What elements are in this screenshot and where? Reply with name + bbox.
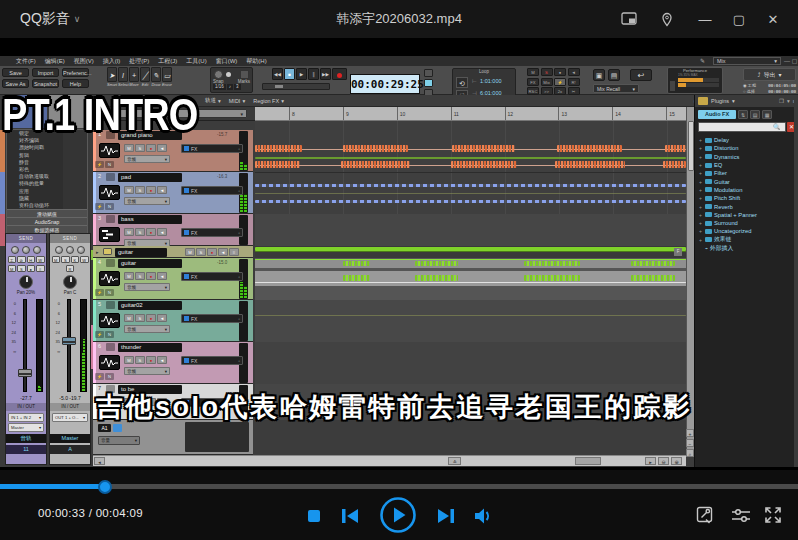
track-name[interactable]: thunder	[118, 343, 182, 352]
time-option-active[interactable]	[424, 79, 433, 87]
notes-chip[interactable]: N	[105, 373, 114, 380]
strip-button[interactable]: H	[27, 256, 36, 263]
close-button[interactable]: ✕	[764, 11, 782, 27]
previous-button[interactable]	[341, 508, 359, 528]
plugin-item-external[interactable]: ⌁ 外部插入	[701, 244, 795, 252]
audio-clip[interactable]	[631, 275, 675, 281]
snap-toggle[interactable]	[226, 72, 231, 77]
expand-icon[interactable]: +	[699, 137, 703, 143]
track-folder-guitar[interactable]: ▸ guitar MS●◄≡	[93, 246, 253, 258]
solo-button[interactable]: S	[135, 314, 145, 322]
mix-module-button[interactable]: ◄	[568, 68, 580, 76]
loop-start[interactable]: 1:01:000	[480, 78, 501, 84]
mix-module-button[interactable]: Mix	[541, 78, 553, 86]
track-io-dropdown[interactable]: 音频▾	[124, 283, 170, 291]
daw-menu-item[interactable]: 处理(P)	[129, 57, 149, 66]
grid-icon[interactable]: ▦	[762, 110, 772, 119]
expand-icon[interactable]: +	[699, 212, 703, 218]
plugin-category[interactable]: + Filter	[695, 169, 795, 177]
dock-icon[interactable]: ❐	[779, 98, 784, 104]
plugin-category[interactable]: + Reverb	[695, 202, 795, 210]
plugin-category[interactable]: + Uncategorized	[695, 227, 795, 235]
expand-icon[interactable]: +	[699, 228, 703, 234]
audio-clip[interactable]	[343, 145, 408, 152]
track-expand-icon[interactable]	[106, 173, 115, 181]
bass-clip-row[interactable]	[255, 214, 686, 246]
screenshot-tool-icon[interactable]	[696, 506, 714, 528]
audio-clip[interactable]	[343, 275, 370, 281]
notes-icon[interactable]: ▤	[608, 69, 620, 81]
track-bass[interactable]: 3 bass MS●◄ 音频▾ FX▫	[93, 214, 253, 246]
arm-button[interactable]: ●	[146, 228, 156, 236]
mute-button[interactable]: M	[124, 144, 134, 152]
audio-clip[interactable]	[341, 161, 410, 168]
fx-rack[interactable]: FX▫	[181, 144, 243, 153]
arm-button[interactable]: ●	[146, 186, 156, 194]
audio-clip[interactable]	[555, 161, 625, 168]
audio-clip[interactable]	[255, 145, 302, 152]
pan-knob[interactable]	[19, 275, 33, 289]
expand-icon[interactable]: +	[699, 187, 703, 193]
sort-icon[interactable]: ⇅	[738, 110, 748, 119]
track-io-dropdown[interactable]: 音频▾	[124, 325, 170, 333]
track-name[interactable]: bass	[118, 215, 182, 224]
volume-button[interactable]	[474, 508, 494, 528]
mix-module-button[interactable]: FX	[527, 78, 539, 86]
automation-icon[interactable]: ⚡	[95, 203, 104, 210]
monitor-button[interactable]: ◄	[157, 272, 167, 280]
expand-icon[interactable]: +	[699, 162, 703, 168]
expand-icon[interactable]: +	[699, 237, 703, 243]
automation-line[interactable]	[255, 193, 686, 194]
mix-module-button[interactable]: ●	[554, 68, 566, 76]
transport-slider[interactable]	[262, 83, 330, 90]
context-menu-item[interactable]: 隐藏	[7, 195, 87, 202]
daw-pencil-icon[interactable]: ✎	[700, 57, 705, 64]
daw-menu-item[interactable]: 工具(U)	[186, 57, 206, 66]
zoom-in-button[interactable]: ⊕	[671, 457, 682, 465]
automation-line[interactable]	[255, 157, 686, 159]
loop-toggle-icon[interactable]: ⟲	[456, 77, 468, 88]
plugin-category[interactable]: + 效果链	[695, 236, 795, 244]
context-menu-item[interactable]: 剪辑	[7, 152, 87, 159]
context-menu-item[interactable]: 应用	[7, 188, 87, 195]
output-dropdown[interactable]: Master▾	[8, 423, 44, 432]
audio-clip[interactable]	[631, 261, 675, 266]
mix-module-button[interactable]: ✂	[568, 87, 580, 95]
track-io-dropdown[interactable]: 音频▾	[124, 367, 170, 375]
automation-icon[interactable]: ⚡	[95, 161, 104, 168]
daw-file-button[interactable]: Save As	[2, 79, 29, 88]
strip-button[interactable]: S	[17, 265, 26, 272]
output-dropdown[interactable]: OUT 1 + O...▾	[52, 413, 88, 422]
audio-clip[interactable]	[343, 261, 370, 266]
daw-tool-button[interactable]: ▭Erase	[162, 67, 172, 87]
automation-icon[interactable]: ⚡	[95, 331, 104, 338]
timeline-ruler[interactable]: 89101112131415	[255, 107, 686, 121]
export-button[interactable]: ⤴ 导出 ▾	[743, 68, 796, 81]
export-selection-row[interactable]: ○ 选择00:00:00:00	[743, 89, 796, 94]
daw-tool-button[interactable]: ╱Edit	[140, 67, 150, 87]
snap-clock-icon[interactable]	[214, 70, 223, 79]
plugin-category[interactable]: + Pitch Shift	[695, 194, 795, 202]
arm-button[interactable]: ●	[146, 356, 156, 364]
zoom-in-button[interactable]: +	[686, 429, 694, 437]
audio-clip[interactable]	[451, 161, 517, 168]
automation-lane-row[interactable]	[255, 420, 686, 455]
monitor-button[interactable]: ◄	[157, 186, 167, 194]
strip-button[interactable]: W	[36, 256, 45, 263]
audio-clip[interactable]	[524, 261, 580, 266]
plugin-category[interactable]: + Delay	[695, 136, 795, 144]
thunder-clip-row[interactable]	[255, 342, 686, 384]
mini-player-icon[interactable]	[620, 11, 638, 27]
monitor-button[interactable]: ◄	[157, 144, 167, 152]
mute-button[interactable]: M	[124, 356, 134, 364]
context-menu-item[interactable]: 特殊的批量	[7, 180, 87, 187]
automation-icon[interactable]: ⚡	[95, 373, 104, 380]
arm-button[interactable]: ●	[146, 272, 156, 280]
input-dropdown[interactable]: IN 1 + IN 2▾	[8, 413, 44, 422]
transport-button[interactable]: ◀◀	[272, 68, 283, 80]
progress-bar[interactable]	[0, 484, 798, 489]
mute-button[interactable]: M	[185, 248, 195, 256]
zoom-out-button[interactable]: ⊖	[658, 457, 669, 465]
arm-button[interactable]: ●	[207, 248, 217, 256]
pin-on-top-icon[interactable]	[658, 11, 676, 27]
